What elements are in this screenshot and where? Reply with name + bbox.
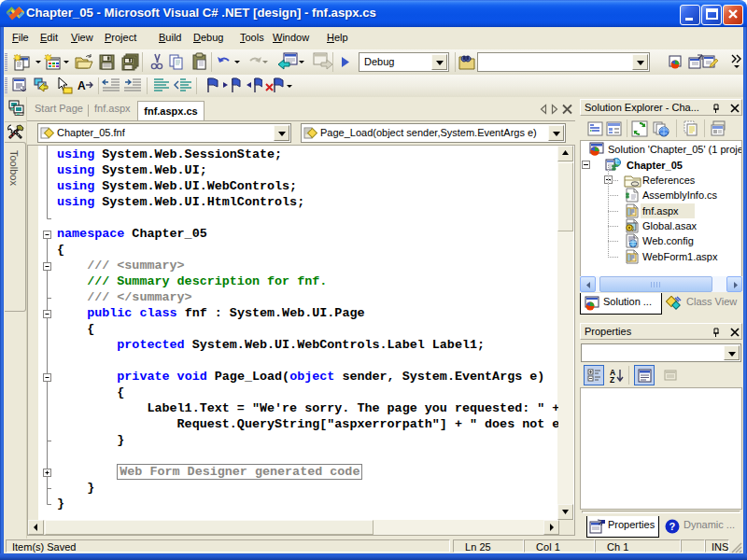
svg-text:Z: Z bbox=[610, 375, 614, 384]
svg-text:?: ? bbox=[669, 521, 676, 532]
svg-text:A: A bbox=[78, 79, 86, 92]
